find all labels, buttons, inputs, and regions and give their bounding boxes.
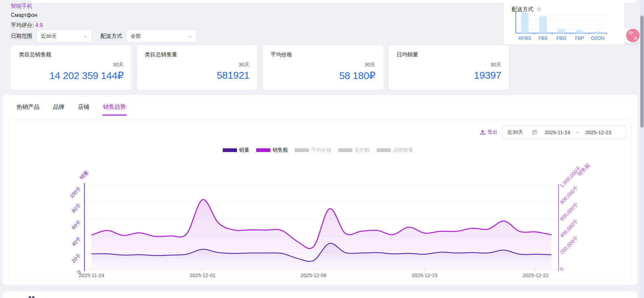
- svg-text:FBS: FBS: [538, 35, 547, 41]
- page-header: 智能手机 Смартфон 平均评分:4.9: [11, 3, 43, 29]
- date-range-select[interactable]: 近30天: [36, 30, 92, 43]
- stat-card-daily-avg-volume: 日均销量30天19397: [388, 45, 509, 90]
- stat-card-period: 30天: [239, 61, 249, 68]
- delivery-method-select[interactable]: 全部: [126, 30, 196, 43]
- chevron-down-icon: [188, 33, 192, 39]
- stat-card-value: 58 180₽: [339, 70, 375, 81]
- svg-text:FBO: FBO: [557, 35, 566, 41]
- svg-text:2025-12-22: 2025-12-22: [523, 272, 549, 278]
- svg-text:2025-11-24: 2025-11-24: [79, 272, 104, 278]
- stat-card-title: 日均销量: [397, 51, 501, 58]
- filter-bar: 日期范围 近30天 配送方式 全部: [11, 30, 196, 43]
- tab-brands[interactable]: 品牌: [53, 103, 64, 116]
- avg-rating: 平均评分:4.9: [11, 22, 43, 29]
- svg-text:80千: 80千: [71, 202, 82, 214]
- scrollbar[interactable]: [640, 0, 644, 298]
- stat-card-title: 类目总销售量: [145, 51, 249, 58]
- chevron-down-icon: [83, 33, 87, 39]
- stat-card-title: 平均价格: [271, 51, 375, 58]
- stat-card-value: 19397: [474, 70, 501, 81]
- svg-text:2025-12-01: 2025-12-01: [190, 272, 216, 278]
- next-section-clipped-title: [29, 296, 34, 298]
- delivery-method-value: 全部: [131, 33, 141, 40]
- category-name-ru: Смартфон: [11, 12, 43, 18]
- svg-text:销量: 销量: [78, 169, 89, 181]
- svg-text:60千: 60千: [71, 219, 82, 230]
- svg-text:2025-12-08: 2025-12-08: [301, 272, 327, 278]
- svg-text:0: 0: [559, 266, 565, 272]
- stat-card-total-sales-volume: 类目总销售量30天581921: [137, 45, 258, 90]
- scrollbar-thumb[interactable]: [640, 16, 644, 128]
- svg-text:OZON: OZON: [591, 35, 605, 41]
- stat-card-delivery-method: 配送方式? RFBSFBSFBOFBPOZON: [504, 0, 624, 45]
- delivery-mini-bar-chart: RFBSFBSFBOFBPOZON: [512, 11, 608, 42]
- tab-bar: 热销产品品牌店铺销售趋势: [3, 95, 637, 116]
- tab-sales-trend[interactable]: 销售趋势: [103, 103, 126, 116]
- translate-icon: 中 A: [626, 29, 640, 42]
- avg-rating-value: 4.9: [35, 22, 43, 28]
- dashboard-screen: 智能手机 Смартфон 平均评分:4.9 日期范围 近30天 配送方式 全部…: [0, 0, 644, 298]
- stat-card-avg-price: 平均价格30天58 180₽: [263, 45, 383, 90]
- svg-text:100千: 100千: [69, 185, 82, 199]
- svg-text:20千: 20千: [71, 252, 82, 264]
- svg-text:FBP: FBP: [575, 35, 584, 41]
- stat-card-title: 类目总销售额: [19, 51, 124, 58]
- svg-text:RFBS: RFBS: [518, 35, 531, 41]
- svg-text:1,000,000千: 1,000,000千: [559, 165, 582, 189]
- tab-stores[interactable]: 店铺: [78, 103, 89, 116]
- date-range-label: 日期范围: [11, 33, 32, 40]
- tab-hot-products[interactable]: 热销产品: [17, 103, 39, 116]
- date-range-value: 近30天: [41, 33, 57, 40]
- stat-card-period: 30天: [365, 61, 375, 68]
- svg-text:40千: 40千: [71, 235, 82, 247]
- stat-card-period: 30天: [490, 61, 501, 68]
- delivery-method-label: 配送方式: [101, 33, 122, 40]
- next-section-panel: [3, 292, 637, 298]
- stat-card-period: 30天: [113, 61, 124, 68]
- content-panel: 热销产品品牌店铺销售趋势 导出 近30天 2025-11-24 ~ 2025-1…: [3, 95, 637, 285]
- stat-card-value: 581921: [217, 70, 249, 81]
- avg-rating-label: 平均评分:: [11, 22, 34, 28]
- stat-card-value: 14 202 359 144₽: [49, 70, 124, 81]
- category-link[interactable]: 智能手机: [11, 3, 43, 10]
- svg-text:2025-12-15: 2025-12-15: [412, 272, 438, 278]
- stat-card-total-sales-amount: 类目总销售额30天14 202 359 144₽: [11, 45, 132, 90]
- sales-trend-chart: 020千40千60千80千100千销量0200,000千400,000千600,…: [8, 120, 631, 280]
- sales-trend-card: 导出 近30天 2025-11-24 ~ 2025-12-23 销量销售额平均价…: [8, 120, 631, 280]
